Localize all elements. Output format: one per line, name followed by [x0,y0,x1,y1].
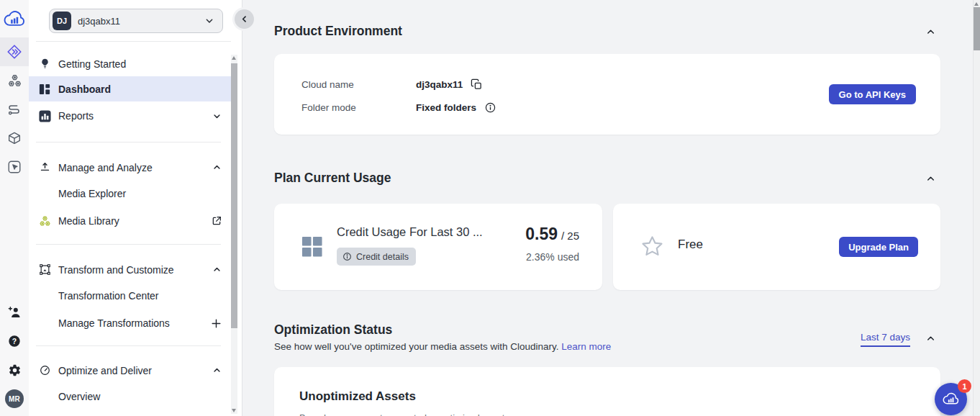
chevron-up-icon [212,264,222,275]
external-link-icon [211,215,222,227]
plan-card: Free Upgrade Plan [613,204,940,290]
chevron-up-icon [212,162,222,173]
credits-limit-value: / 25 [561,230,579,242]
sidebar-item-label: Overview [58,391,100,402]
sidebar-item-label: Reports [58,110,94,122]
media-library-icon [37,215,52,227]
sidebar-item-manage-transformations[interactable]: Manage Transformations [29,309,231,337]
scrollbar-thumb[interactable] [231,63,237,328]
upgrade-plan-button[interactable]: Upgrade Plan [839,237,918,257]
icon-rail: ? MR [0,0,29,416]
star-icon [640,234,665,259]
sidebar-item-optimize-and-deliver[interactable]: Optimize and Deliver [29,358,231,383]
collapse-section-chevron-up-icon[interactable] [925,173,936,184]
folder-mode-value: Fixed folders [416,102,476,113]
unoptimized-assets-subtitle: Based on your most requested unoptimized… [299,412,509,416]
sidebar-item-label: Media Explorer [58,188,126,199]
sidebar-item-reports[interactable]: Reports [29,101,231,130]
sidebar-collapse-button[interactable] [235,9,254,29]
sidebar-item-media-explorer[interactable]: Media Explorer [29,180,231,207]
sidebar-item-manage-and-analyze[interactable]: Manage and Analyze [29,155,231,180]
divider [36,345,221,346]
transform-icon [37,263,52,276]
lightbulb-icon [37,57,52,71]
dashboard-grid-icon [37,83,52,95]
sidebar-item-label: Getting Started [58,58,126,70]
sidebar-menu: Getting Started Dashboard [29,51,231,410]
notification-badge: 1 [958,379,971,393]
assets-icon[interactable] [0,66,29,95]
cloud-name-value: dj3qabx11 [416,79,463,90]
main-content: Product Environment Cloud name dj3qabx11… [243,0,980,416]
credit-details-label: Credit details [356,252,409,262]
settings-gear-icon[interactable] [0,356,29,384]
collapse-section-chevron-up-icon[interactable] [925,27,936,37]
demo-sketch-icon[interactable] [0,153,29,181]
plan-name: Free [678,238,703,252]
chevron-down-icon [204,15,215,27]
addons-box-icon[interactable] [0,124,29,153]
divider [36,244,221,245]
plan-current-usage-title: Plan Current Usage [274,171,391,186]
sidebar-item-label: Manage and Analyze [58,162,153,173]
credits-used-value: 0.59 [525,225,558,244]
chevron-left-icon [239,14,250,24]
sidebar-item-transform-and-customize[interactable]: Transform and Customize [29,257,231,282]
main-scrollbar[interactable] [973,0,980,416]
unoptimized-assets-card: Unoptimized Assets Based on your most re… [274,367,940,416]
sidebar-item-label: Transformation Center [58,290,159,302]
avatar-initials: MR [5,389,24,408]
plus-icon[interactable] [210,317,222,330]
scroll-up-arrow[interactable] [232,56,236,60]
svg-text:?: ? [12,338,17,345]
copy-icon[interactable] [471,78,483,91]
credits-percent-used: 2.36% used [526,251,579,263]
sidebar-item-media-library[interactable]: Media Library [29,207,231,235]
unoptimized-assets-title: Unoptimized Assets [299,389,416,404]
info-icon [342,252,352,261]
learn-more-link[interactable]: Learn more [561,341,611,352]
cloud-name-label: Cloud name [301,79,416,90]
mediaflows-icon[interactable] [0,95,29,124]
optimization-status-title: Optimization Status [274,322,392,338]
gauge-icon [37,364,52,376]
divider [36,41,231,42]
info-icon[interactable] [484,101,496,114]
user-avatar[interactable]: MR [0,384,29,413]
sidebar: DJ dj3qabx11 Getting Started [29,0,242,416]
sidebar-item-label: Manage Transformations [58,317,170,329]
product-environment-title: Product Environment [274,24,402,39]
optimization-subtitle: See how well you've optimized your media… [274,341,611,352]
sidebar-item-dashboard[interactable]: Dashboard [29,76,231,101]
workspace-badge: DJ [53,12,71,30]
scroll-down-arrow[interactable] [232,409,236,412]
bar-chart-icon [37,110,52,122]
add-user-icon[interactable] [0,298,29,327]
chevron-up-icon [212,365,222,376]
scroll-up-arrow[interactable] [974,2,979,6]
credits-grid-icon [301,235,323,258]
workspace-name: dj3qabx11 [78,16,204,27]
scrollbar-thumb[interactable] [974,7,980,50]
chevron-down-icon [212,111,222,122]
sidebar-item-getting-started[interactable]: Getting Started [29,51,231,76]
cloudinary-logo[interactable] [0,0,29,37]
programmable-media-icon[interactable] [0,37,29,66]
sidebar-item-overview[interactable]: Overview [29,383,231,410]
workspace-selector[interactable]: DJ dj3qabx11 [49,9,223,33]
date-range-selector[interactable]: Last 7 days [861,332,910,347]
sidebar-scrollbar[interactable] [231,55,237,414]
cloudinary-cloud-icon [943,392,959,406]
product-environment-card: Cloud name dj3qabx11 Folder mode Fixed f… [274,54,940,135]
sidebar-item-label: Media Library [58,215,119,227]
help-icon[interactable]: ? [0,327,29,356]
collapse-section-chevron-up-icon[interactable] [925,333,936,344]
credit-details-button[interactable]: Credit details [337,248,416,266]
go-to-api-keys-button[interactable]: Go to API Keys [829,84,916,104]
divider [36,142,221,143]
folder-mode-label: Folder mode [301,102,416,113]
credit-usage-title: Credit Usage For Last 30 ... [337,225,483,239]
credit-usage-card: Credit Usage For Last 30 ... Credit deta… [274,204,602,290]
sidebar-item-label: Transform and Customize [58,264,174,276]
sidebar-item-transformation-center[interactable]: Transformation Center [29,282,231,309]
